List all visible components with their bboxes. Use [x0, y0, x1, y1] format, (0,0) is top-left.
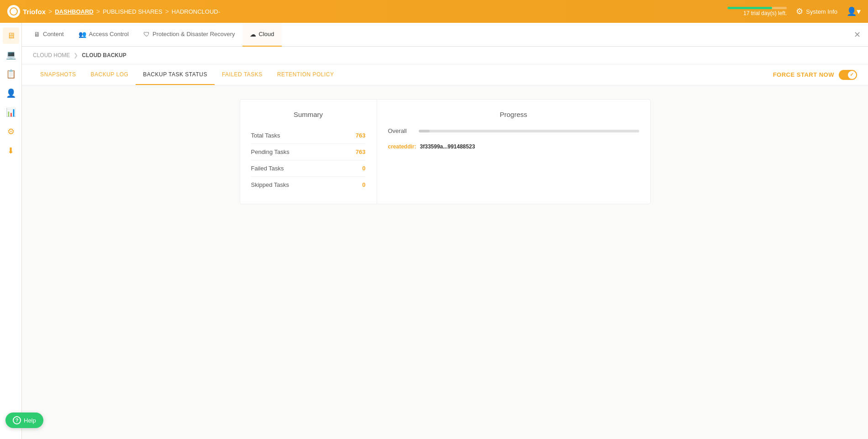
tab-access-control[interactable]: 👥 Access Control [71, 23, 136, 47]
subtab-backup-log[interactable]: BACKUP LOG [84, 64, 136, 85]
progress-bar-fill [419, 130, 430, 132]
navbar: Triofox > DASHBOARD > PUBLISHED SHARES >… [0, 0, 868, 23]
system-info[interactable]: ⚙ System Info [796, 6, 837, 16]
tab-access-control-label: Access Control [89, 31, 129, 37]
subtab-backup-task-status[interactable]: BACKUP TASK STATUS [136, 64, 215, 85]
sidebar-item-files[interactable]: 📋 [3, 66, 19, 82]
close-tab-button[interactable]: ✕ [854, 30, 861, 40]
navbar-right: 17 trial day(s) left. ⚙ System Info 👤▾ [727, 6, 861, 16]
server-name: HADRONCLOUD- [172, 8, 220, 15]
failed-tasks-row: Failed Tasks 0 [251, 160, 366, 177]
overall-label: Overall [388, 127, 413, 134]
download-sidebar-icon: ⬇ [7, 146, 14, 156]
user-icon[interactable]: 👤▾ [847, 6, 861, 16]
protection-tab-icon: 🛡 [143, 31, 150, 38]
gear-icon: ⚙ [796, 6, 803, 16]
breadcrumb-home[interactable]: CLOUD HOME [33, 52, 70, 58]
sidebar-item-users[interactable]: 👤 [3, 85, 19, 101]
sidebar-item-servers[interactable]: 💻 [3, 47, 19, 63]
progress-bar-bg [419, 130, 639, 132]
pending-tasks-label: Pending Tasks [251, 148, 289, 155]
navbar-left: Triofox > DASHBOARD > PUBLISHED SHARES >… [7, 5, 220, 18]
help-label: Help [24, 417, 36, 424]
breadcrumb-sep: ❯ [74, 52, 78, 58]
pending-tasks-row: Pending Tasks 763 [251, 144, 366, 160]
help-button[interactable]: ? Help [5, 413, 43, 428]
breadcrumb-current: CLOUD BACKUP [82, 52, 126, 58]
users-sidebar-icon: 👤 [6, 88, 16, 98]
force-start-toggle[interactable]: ✓ [839, 70, 857, 80]
subtab-snapshots[interactable]: SNAPSHOTS [33, 64, 84, 85]
reports-sidebar-icon: 📊 [6, 107, 16, 117]
layout: 🖥 💻 📋 👤 📊 ⚙ ⬇ 🖥 Content 👥 [0, 23, 868, 439]
subtab-bar: SNAPSHOTS BACKUP LOG BACKUP TASK STATUS … [22, 64, 868, 85]
skipped-tasks-value: 0 [362, 181, 365, 188]
settings-sidebar-icon: ⚙ [7, 127, 15, 137]
sidebar-item-settings[interactable]: ⚙ [3, 123, 19, 140]
main-content: 🖥 Content 👥 Access Control 🛡 Protection … [22, 23, 868, 439]
files-sidebar-icon: 📋 [6, 69, 16, 79]
subtab-retention-policy[interactable]: RETENTION POLICY [270, 64, 342, 85]
overall-progress-row: Overall [388, 127, 639, 134]
tab-cloud-label: Cloud [259, 31, 274, 37]
failed-tasks-value: 0 [362, 165, 365, 172]
access-control-tab-icon: 👥 [79, 31, 86, 38]
sep1: > [48, 8, 52, 15]
summary-panel: Summary Total Tasks 763 Pending Tasks 76… [240, 100, 377, 204]
sidebar: 🖥 💻 📋 👤 📊 ⚙ ⬇ [0, 23, 22, 439]
content-tab-icon: 🖥 [34, 31, 40, 38]
toggle-knob: ✓ [848, 71, 856, 79]
summary-title: Summary [251, 111, 366, 118]
sidebar-item-download[interactable]: ⬇ [3, 143, 19, 159]
cloud-tab-icon: ☁ [250, 31, 256, 38]
progress-title: Progress [388, 111, 639, 118]
failed-tasks-label: Failed Tasks [251, 165, 284, 172]
panels: Summary Total Tasks 763 Pending Tasks 76… [240, 99, 651, 204]
trial-progress-bar [727, 7, 787, 9]
tab-content[interactable]: 🖥 Content [26, 23, 71, 47]
tab-bar: 🖥 Content 👥 Access Control 🛡 Protection … [22, 23, 868, 47]
breadcrumb: CLOUD HOME ❯ CLOUD BACKUP [22, 47, 868, 64]
toggle-checkmark: ✓ [850, 72, 854, 78]
content-area: Summary Total Tasks 763 Pending Tasks 76… [22, 85, 868, 439]
system-info-label: System Info [806, 8, 837, 15]
force-start-label: FORCE START NOW [773, 71, 834, 78]
pending-tasks-value: 763 [356, 148, 366, 155]
tab-content-label: Content [43, 31, 64, 37]
createddir-label: createddir: [388, 143, 416, 150]
sep3: > [165, 8, 169, 15]
brand-name: Triofox [23, 8, 46, 16]
dashboard-sidebar-icon: 🖥 [7, 31, 15, 41]
createddir-row: createddir: 3f33599a...991488523 [388, 143, 639, 150]
total-tasks-value: 763 [356, 132, 366, 139]
subtab-failed-tasks[interactable]: FAILED TASKS [215, 64, 270, 85]
published-shares-link[interactable]: PUBLISHED SHARES [103, 8, 163, 15]
help-icon: ? [13, 416, 21, 424]
total-tasks-label: Total Tasks [251, 132, 280, 139]
subtabs: SNAPSHOTS BACKUP LOG BACKUP TASK STATUS … [33, 64, 342, 85]
skipped-tasks-label: Skipped Tasks [251, 181, 289, 188]
triofox-logo [7, 5, 20, 18]
sep2: > [96, 8, 100, 15]
trial-info: 17 trial day(s) left. [727, 7, 787, 16]
skipped-tasks-row: Skipped Tasks 0 [251, 177, 366, 193]
total-tasks-row: Total Tasks 763 [251, 127, 366, 144]
sidebar-item-reports[interactable]: 📊 [3, 104, 19, 121]
progress-panel: Progress Overall createddir: 3f33599a...… [377, 100, 650, 204]
servers-sidebar-icon: 💻 [6, 50, 16, 60]
force-start-button[interactable]: FORCE START NOW ✓ [773, 70, 857, 80]
tab-protection-label: Protection & Disaster Recovery [153, 31, 235, 37]
tab-protection[interactable]: 🛡 Protection & Disaster Recovery [136, 23, 242, 47]
trial-text: 17 trial day(s) left. [743, 10, 787, 16]
sidebar-item-dashboard[interactable]: 🖥 [3, 27, 19, 44]
createddir-value: 3f33599a...991488523 [420, 143, 475, 150]
dashboard-link[interactable]: DASHBOARD [55, 8, 94, 15]
tab-cloud[interactable]: ☁ Cloud [242, 23, 282, 47]
trial-progress-fill [727, 7, 772, 9]
